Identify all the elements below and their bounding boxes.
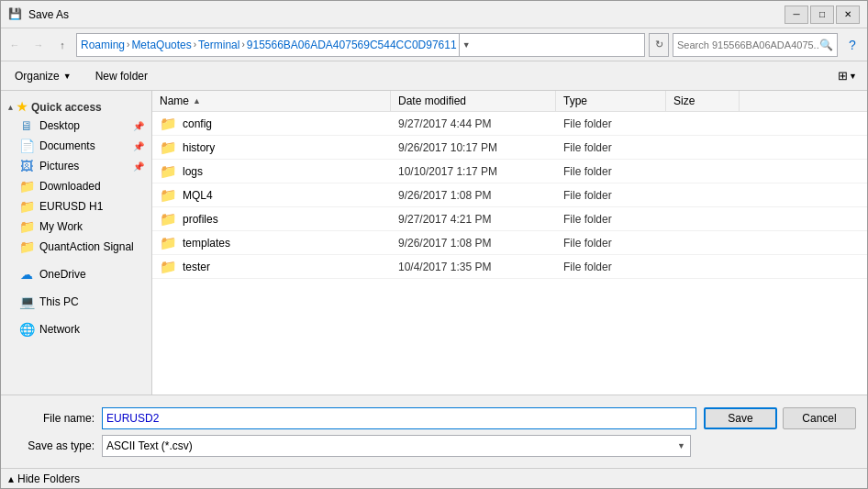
file-date-cell: 10/10/2017 1:17 PM (391, 163, 556, 180)
sidebar-item-thispc[interactable]: 💻 This PC (1, 292, 151, 312)
sidebar-item-eurusd-label: EURUSD H1 (39, 200, 144, 213)
table-row[interactable]: 📁 tester 10/4/2017 1:35 PM File folder (152, 255, 867, 279)
column-name-header[interactable]: Name ▲ (152, 91, 391, 111)
sidebar: ▴ ★ Quick access 🖥 Desktop 📌 📄 Documents… (1, 91, 152, 395)
table-row[interactable]: 📁 templates 9/26/2017 1:08 PM File folde… (152, 231, 867, 255)
column-size-header[interactable]: Size (666, 91, 740, 111)
cancel-button[interactable]: Cancel (783, 407, 856, 429)
sidebar-item-network-label: Network (39, 323, 144, 336)
new-folder-label: New folder (95, 70, 148, 83)
breadcrumb-metaquotes[interactable]: MetaQuotes (131, 39, 191, 51)
close-button[interactable]: ✕ (836, 6, 860, 24)
file-name-cell: 📁 MQL4 (152, 185, 391, 206)
sidebar-item-onedrive-label: OneDrive (39, 268, 144, 281)
breadcrumb-terminal[interactable]: Terminal (198, 39, 239, 51)
file-type-cell: File folder (556, 116, 666, 132)
save-as-type-label: Save as type: (12, 439, 95, 452)
sidebar-item-downloaded[interactable]: 📁 Downloaded (1, 176, 151, 196)
file-name-text: tester (183, 261, 210, 273)
quick-access-icon: ★ (17, 100, 28, 114)
column-date-header[interactable]: Date modified (391, 91, 556, 111)
file-date-cell: 9/26/2017 10:17 PM (391, 139, 556, 156)
file-type-cell: File folder (556, 211, 666, 228)
file-date-cell: 9/26/2017 1:08 PM (391, 235, 556, 251)
save-button[interactable]: Save (704, 407, 777, 429)
sidebar-item-network[interactable]: 🌐 Network (1, 319, 151, 339)
breadcrumb-sep-2: › (194, 39, 196, 50)
save-type-select[interactable]: ASCII Text (*.csv)CSV (*.csv)Text (*.txt… (102, 435, 691, 457)
file-type-cell: File folder (556, 187, 666, 204)
table-row[interactable]: 📁 MQL4 9/26/2017 1:08 PM File folder (152, 183, 867, 207)
folder-icon: 📁 (160, 259, 177, 275)
sidebar-item-pictures-label: Pictures (39, 160, 128, 172)
sidebar-item-mywork-label: My Work (39, 220, 144, 233)
hide-folders-icon: ▴ (8, 472, 14, 485)
folder-icon: 📁 (160, 163, 177, 180)
file-date-cell: 9/27/2017 4:44 PM (391, 116, 556, 132)
quick-access-label: Quick access (31, 101, 102, 114)
network-icon: 🌐 (19, 322, 34, 337)
breadcrumb: Roaming › MetaQuotes › Terminal › 915566… (76, 33, 645, 57)
minimize-button[interactable]: ─ (785, 6, 808, 24)
sidebar-item-mywork[interactable]: 📁 My Work (1, 217, 151, 237)
breadcrumb-guid[interactable]: 915566BA06ADA407569C544CC0D97611 (247, 39, 457, 51)
file-type-cell: File folder (556, 163, 666, 180)
file-name-cell: 📁 templates (152, 233, 391, 253)
file-name-text: logs (183, 165, 203, 178)
breadcrumb-roaming[interactable]: Roaming (81, 39, 125, 51)
table-row[interactable]: 📁 config 9/27/2017 4:44 PM File folder (152, 112, 867, 136)
sidebar-item-quantaction-label: QuantAction Signal (39, 240, 144, 253)
documents-icon: 📄 (19, 139, 34, 153)
maximize-button[interactable]: □ (810, 6, 834, 24)
eurusd-folder-icon: 📁 (19, 199, 34, 214)
sidebar-item-documents[interactable]: 📄 Documents 📌 (1, 136, 151, 156)
sidebar-item-desktop[interactable]: 🖥 Desktop 📌 (1, 116, 151, 136)
main-content: ▴ ★ Quick access 🖥 Desktop 📌 📄 Documents… (1, 91, 867, 395)
desktop-icon: 🖥 (19, 118, 34, 133)
search-box: 🔍 (673, 33, 838, 57)
pin-icon-pics: 📌 (133, 161, 144, 172)
file-rows-container: 📁 config 9/27/2017 4:44 PM File folder 📁… (152, 112, 867, 279)
downloaded-icon: 📁 (19, 179, 34, 194)
file-date-cell: 9/27/2017 4:21 PM (391, 211, 556, 228)
pictures-icon: 🖼 (19, 159, 34, 173)
pin-icon: 📌 (133, 121, 144, 131)
sidebar-item-pictures[interactable]: 🖼 Pictures 📌 (1, 156, 151, 176)
window-icon: 💾 (8, 7, 23, 22)
file-name-cell: 📁 history (152, 138, 391, 158)
search-input[interactable] (677, 39, 819, 50)
view-toggle[interactable]: ⊞ ▼ (833, 65, 862, 87)
up-button[interactable]: ↑ (52, 35, 72, 55)
file-name-row: File name: Save Cancel (12, 407, 856, 429)
sidebar-item-quantaction[interactable]: 📁 QuantAction Signal (1, 237, 151, 257)
table-row[interactable]: 📁 profiles 9/27/2017 4:21 PM File folder (152, 207, 867, 231)
sidebar-item-desktop-label: Desktop (39, 119, 128, 132)
forward-button[interactable]: → (28, 35, 49, 55)
folder-icon: 📁 (160, 139, 177, 156)
help-button[interactable]: ? (841, 34, 863, 56)
organize-button[interactable]: Organize ▼ (6, 65, 80, 87)
breadcrumb-sep-1: › (127, 39, 129, 50)
column-type-header[interactable]: Type (556, 91, 666, 111)
section-toggle-quickaccess: ▴ (8, 103, 13, 112)
table-row[interactable]: 📁 logs 10/10/2017 1:17 PM File folder (152, 160, 867, 183)
hide-folders-button[interactable]: ▴ Hide Folders (8, 472, 80, 485)
file-size-cell (666, 217, 740, 221)
file-name-text: config (183, 117, 212, 130)
folder-icon: 📁 (160, 211, 177, 228)
file-name-input[interactable] (102, 407, 696, 429)
file-type-cell: File folder (556, 139, 666, 156)
file-size-cell (666, 265, 740, 269)
breadcrumb-dropdown-button[interactable]: ▼ (459, 33, 473, 57)
back-button[interactable]: ← (5, 35, 25, 55)
bottom-toggle: ▴ Hide Folders (1, 468, 867, 488)
file-list: Name ▲ Date modified Type Size 📁 config (152, 91, 867, 395)
onedrive-icon: ☁ (19, 267, 34, 282)
folder-icon: 📁 (160, 116, 177, 132)
refresh-button[interactable]: ↻ (649, 33, 669, 57)
quick-access-header[interactable]: ▴ ★ Quick access (1, 94, 151, 116)
table-row[interactable]: 📁 history 9/26/2017 10:17 PM File folder (152, 136, 867, 160)
sidebar-item-onedrive[interactable]: ☁ OneDrive (1, 264, 151, 284)
sidebar-item-eurusd[interactable]: 📁 EURUSD H1 (1, 196, 151, 217)
new-folder-button[interactable]: New folder (87, 65, 156, 87)
